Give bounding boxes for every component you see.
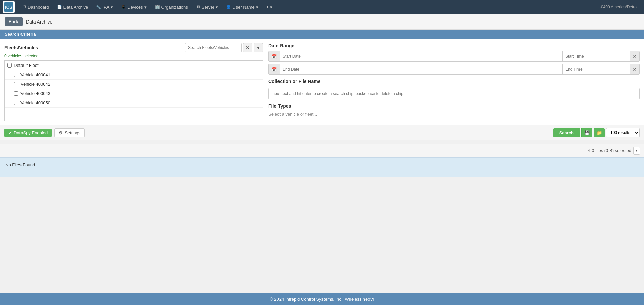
end-date-row: 📅 ✕	[268, 64, 640, 75]
nav-devices[interactable]: 📱 Devices ▾	[118, 3, 150, 12]
ipa-dropdown-icon: ▾	[111, 5, 113, 10]
end-date-calendar-icon[interactable]: 📅	[269, 64, 280, 74]
logo-inner: ICS	[4, 2, 13, 12]
vehicle-list: Default Fleet Vehicle 400041 Vehicle 400…	[5, 61, 263, 108]
save-results-button[interactable]: 💾	[581, 128, 592, 137]
action-bar-left: ✔ DataSpy Enabled ⚙ Settings	[4, 128, 85, 137]
server-icon: 🖥	[196, 5, 200, 9]
start-date-clear-button[interactable]: ✕	[630, 51, 639, 61]
timezone-label: -0400 America/Detroit	[600, 5, 641, 9]
file-types-title: File Types	[268, 103, 640, 109]
nav-server[interactable]: 🖥 Server ▾	[193, 3, 221, 12]
nav-username[interactable]: 👤 User Name ▾	[223, 3, 262, 12]
action-bar-right: Search 💾 📁 100 results 50 results 200 re…	[553, 128, 640, 137]
files-selected-label: ☑ 0 files (0 B) selected	[586, 148, 631, 153]
vehicle-label-400050: Vehicle 400050	[20, 100, 50, 105]
main-content: Fleets/Vehicles ✕ ▼ 0 vehicles selected …	[0, 39, 644, 140]
folder-icon: 📁	[597, 130, 602, 135]
vehicle-checkbox-400042[interactable]	[14, 82, 18, 86]
devices-dropdown-icon: ▾	[144, 5, 147, 10]
results-bar: ☑ 0 files (0 B) selected ▾	[0, 144, 644, 157]
start-date-row: 📅 ✕	[268, 51, 640, 62]
folder-button[interactable]: 📁	[594, 128, 605, 137]
fleets-search-input[interactable]	[185, 43, 242, 52]
files-dropdown-button[interactable]: ▾	[633, 147, 640, 155]
collection-input[interactable]	[268, 88, 640, 99]
list-item[interactable]: Vehicle 400043	[5, 89, 263, 98]
dataspy-icon: ✔	[8, 130, 12, 135]
plus-dropdown-icon: ▾	[270, 5, 272, 10]
fleet-item-default[interactable]: Default Fleet	[5, 61, 263, 70]
search-button[interactable]: Search	[553, 128, 580, 137]
end-date-clear-button[interactable]: ✕	[630, 64, 639, 74]
search-criteria-header: Search Criteria	[0, 30, 644, 39]
breadcrumb-bar: Back Data Archive	[0, 14, 644, 30]
nav-plus[interactable]: + ▾	[263, 3, 276, 12]
no-files-area: No Files Found	[0, 157, 644, 177]
date-range-title: Date Range	[268, 43, 640, 48]
file-types-section: File Types Select a vehicle or fleet...	[268, 103, 640, 117]
top-navigation: ICS ⏱ Dashboard 📄 Data Archive 🔧 IPA ▾ 📱…	[0, 0, 644, 14]
clear-search-button[interactable]: ✕	[243, 43, 252, 52]
ipa-icon: 🔧	[96, 5, 101, 9]
footer: © 2024 Intrepid Control Systems, Inc | W…	[0, 293, 644, 305]
checkbox-icon: ☑	[586, 148, 590, 153]
vehicle-label-400041: Vehicle 400041	[20, 72, 50, 77]
footer-text: © 2024 Intrepid Control Systems, Inc | W…	[270, 297, 374, 302]
date-range-panel: Date Range 📅 ✕ 📅 ✕ Collection or File Na…	[268, 43, 640, 121]
nav-ipa[interactable]: 🔧 IPA ▾	[93, 3, 116, 12]
dashboard-icon: ⏱	[22, 5, 26, 9]
fleets-search-row: ✕ ▼	[185, 43, 263, 52]
file-types-placeholder: Select a vehicle or fleet...	[268, 112, 640, 117]
list-item[interactable]: Vehicle 400041	[5, 70, 263, 80]
fleets-header: Fleets/Vehicles ✕ ▼	[4, 43, 263, 52]
fleets-panel: Fleets/Vehicles ✕ ▼ 0 vehicles selected …	[4, 43, 263, 121]
nav-data-archive[interactable]: 📄 Data Archive	[54, 3, 92, 12]
vehicle-label-400043: Vehicle 400043	[20, 91, 50, 96]
start-date-calendar-icon[interactable]: 📅	[269, 51, 280, 61]
vehicle-checkbox-400041[interactable]	[14, 73, 18, 77]
data-archive-icon: 📄	[57, 5, 62, 9]
vehicles-selected-label: 0 vehicles selected	[4, 54, 263, 58]
breadcrumb-title: Data Archive	[26, 19, 52, 25]
fleet-checkbox-default[interactable]	[7, 63, 12, 68]
devices-icon: 📱	[121, 5, 126, 9]
back-button[interactable]: Back	[5, 17, 23, 26]
collection-title: Collection or File Name	[268, 79, 640, 84]
action-bar: ✔ DataSpy Enabled ⚙ Settings Search 💾 📁 …	[0, 125, 644, 140]
list-item[interactable]: Vehicle 400042	[5, 80, 263, 89]
end-date-input[interactable]	[280, 64, 562, 74]
start-time-input[interactable]	[562, 51, 630, 61]
list-item[interactable]: Vehicle 400050	[5, 98, 263, 108]
user-icon: 👤	[226, 5, 231, 9]
end-time-input[interactable]	[562, 64, 630, 74]
vehicle-list-container[interactable]: Default Fleet Vehicle 400041 Vehicle 400…	[4, 60, 263, 121]
organizations-icon: 🏢	[155, 5, 160, 9]
vehicle-label-400042: Vehicle 400042	[20, 82, 50, 87]
vehicle-checkbox-400050[interactable]	[14, 101, 18, 105]
server-dropdown-icon: ▾	[216, 5, 218, 10]
nav-dashboard[interactable]: ⏱ Dashboard	[19, 3, 52, 12]
criteria-body: Fleets/Vehicles ✕ ▼ 0 vehicles selected …	[0, 39, 644, 125]
logo[interactable]: ICS	[3, 1, 15, 13]
fleet-label-default: Default Fleet	[14, 63, 39, 68]
settings-button[interactable]: ⚙ Settings	[54, 128, 85, 137]
user-dropdown-icon: ▾	[256, 5, 258, 10]
dataspy-button[interactable]: ✔ DataSpy Enabled	[4, 129, 52, 137]
expand-button[interactable]: ▼	[254, 43, 263, 52]
collection-section: Collection or File Name	[268, 79, 640, 99]
vehicle-checkbox-400043[interactable]	[14, 91, 18, 96]
results-per-page-select[interactable]: 100 results 50 results 200 results 500 r…	[606, 128, 640, 137]
start-date-input[interactable]	[280, 51, 562, 61]
save-icon: 💾	[584, 130, 590, 135]
fleets-title: Fleets/Vehicles	[4, 45, 38, 50]
settings-gear-icon: ⚙	[59, 130, 63, 135]
no-files-label: No Files Found	[5, 162, 35, 167]
nav-organizations[interactable]: 🏢 Organizations	[152, 3, 191, 12]
